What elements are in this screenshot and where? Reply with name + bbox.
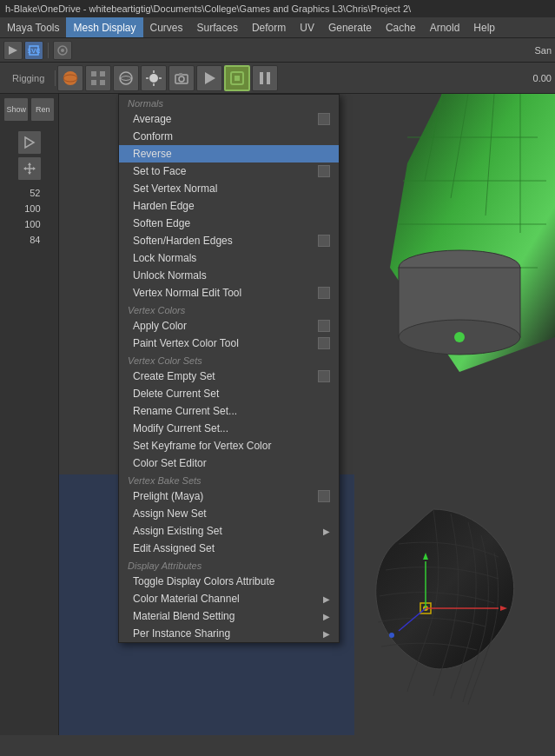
sidebar-row-1: Show Ren — [0, 97, 58, 122]
menu-per-instance-sharing[interactable]: Per Instance Sharing ▶ — [119, 625, 339, 642]
menu-color-material-channel[interactable]: Color Material Channel ▶ — [119, 590, 339, 607]
arrow-icon — [7, 44, 19, 56]
menu-edit-assigned-set[interactable]: Edit Assigned Set — [119, 540, 339, 557]
svg-point-4 — [61, 49, 64, 52]
menu-maya-tools[interactable]: Maya Tools — [0, 17, 66, 37]
menu-assign-existing-set[interactable]: Assign Existing Set ▶ — [119, 522, 339, 540]
svg-rect-9 — [91, 80, 96, 85]
title-text: h-Blake\OneDrive - whitebeartigtig\Docum… — [5, 3, 411, 14]
active-tool-icon — [228, 70, 246, 87]
menu-set-keyframe-vertex-color[interactable]: Set Keyframe for Vertex Color — [119, 437, 339, 454]
menu-set-to-face-label: Set to Face — [133, 165, 186, 177]
menu-mesh-display[interactable]: Mesh Display — [66, 17, 142, 37]
large-tool-3[interactable] — [113, 65, 139, 91]
tool-btn-2[interactable]: SVG — [24, 41, 43, 60]
svg-marker-30 — [23, 167, 26, 170]
svg-point-12 — [149, 74, 158, 83]
soften-harden-checkbox — [318, 235, 330, 247]
sidebar-show-btn[interactable]: Show — [3, 97, 29, 122]
menu-apply-color-label: Apply Color — [133, 320, 187, 332]
svg-marker-28 — [28, 162, 31, 165]
menu-generate[interactable]: Generate — [321, 17, 379, 37]
menu-conform-label: Conform — [133, 130, 173, 143]
menu-lock-normals[interactable]: Lock Normals — [119, 249, 339, 267]
toolbar-row-2: Rigging — [0, 63, 555, 94]
tab-separator — [55, 70, 56, 86]
menu-soften-edge-label: Soften Edge — [133, 217, 190, 229]
svg-rect-22 — [235, 76, 240, 81]
menu-rename-current-set[interactable]: Rename Current Set... — [119, 402, 339, 420]
menu-rename-current-set-label: Rename Current Set... — [133, 405, 237, 417]
menu-prelight-maya[interactable]: Prelight (Maya) — [119, 487, 339, 505]
menu-toggle-display-colors[interactable]: Toggle Display Colors Attribute — [119, 573, 339, 590]
svg-rect-8 — [100, 71, 105, 76]
menu-paint-vertex-color-tool-label: Paint Vertex Color Tool — [133, 337, 239, 349]
separator-1 — [48, 43, 49, 58]
rigging-icon — [56, 44, 69, 56]
menu-set-vertex-normal[interactable]: Set Vertex Normal — [119, 180, 339, 197]
menu-modify-current-set[interactable]: Modify Current Set... — [119, 420, 339, 437]
tool-btn-1[interactable] — [3, 41, 23, 60]
menu-soften-edge[interactable]: Soften Edge — [119, 215, 339, 232]
menu-apply-color[interactable]: Apply Color — [119, 317, 339, 335]
menu-help[interactable]: Help — [466, 17, 502, 37]
large-tool-4[interactable] — [141, 65, 167, 91]
num-84: 84 — [17, 235, 43, 245]
menu-unlock-normals[interactable]: Unlock Normals — [119, 267, 339, 284]
sidebar-ren-btn[interactable]: Ren — [30, 97, 55, 122]
large-tool-2[interactable] — [85, 65, 111, 91]
menu-conform[interactable]: Conform — [119, 128, 339, 145]
user-label: San — [534, 45, 552, 56]
num-100b: 100 — [17, 219, 43, 229]
viewport[interactable]: Normals Average Conform Reverse Set to F… — [59, 94, 555, 735]
menu-set-keyframe-vertex-color-label: Set Keyframe for Vertex Color — [133, 440, 271, 452]
menu-bar: Maya Tools Mesh Display Curves Surfaces … — [0, 17, 555, 38]
menu-set-vertex-normal-label: Set Vertex Normal — [133, 182, 217, 195]
create-empty-set-checkbox — [318, 370, 330, 382]
apply-color-checkbox — [318, 320, 330, 332]
menu-soften-harden-edges[interactable]: Soften/Harden Edges — [119, 232, 339, 249]
orange-sphere-icon — [62, 70, 79, 87]
menu-harden-edge-label: Harden Edge — [133, 200, 195, 212]
svg-rect-24 — [267, 72, 270, 84]
menu-harden-edge[interactable]: Harden Edge — [119, 197, 339, 215]
menu-set-to-face[interactable]: Set to Face — [119, 162, 339, 180]
menu-material-blend-setting[interactable]: Material Blend Setting ▶ — [119, 607, 339, 625]
section-vertex-colors-header: Vertex Colors — [119, 302, 339, 317]
menu-average[interactable]: Average — [119, 110, 339, 128]
select-icon — [23, 136, 36, 149]
section-vertex-color-sets-header: Vertex Color Sets — [119, 352, 339, 368]
sidebar-btn-2[interactable] — [17, 156, 42, 181]
large-tool-1[interactable] — [57, 65, 83, 91]
move-icon — [23, 162, 36, 176]
large-tool-6[interactable] — [196, 65, 222, 91]
menu-assign-new-set[interactable]: Assign New Set — [119, 505, 339, 522]
menu-cache[interactable]: Cache — [379, 17, 423, 37]
menu-color-set-editor[interactable]: Color Set Editor — [119, 454, 339, 472]
menu-paint-vertex-color-tool[interactable]: Paint Vertex Color Tool — [119, 335, 339, 352]
menu-uv[interactable]: UV — [293, 17, 321, 37]
large-tool-7[interactable] — [252, 65, 278, 91]
menu-deform[interactable]: Deform — [245, 17, 293, 37]
menu-reverse[interactable]: Reverse — [119, 145, 339, 162]
menu-surfaces[interactable]: Surfaces — [190, 17, 245, 37]
main-content: Show Ren 52 100 100 84 — [0, 94, 555, 735]
large-tool-active[interactable] — [224, 65, 250, 91]
sidebar-btn-1[interactable] — [17, 130, 42, 155]
section-vertex-bake-sets-header: Vertex Bake Sets — [119, 472, 339, 487]
svg-point-5 — [63, 71, 77, 85]
menu-create-empty-set[interactable]: Create Empty Set — [119, 368, 339, 385]
menu-vertex-normal-edit-tool[interactable]: Vertex Normal Edit Tool — [119, 284, 339, 302]
menu-curves[interactable]: Curves — [143, 17, 190, 37]
menu-arnold[interactable]: Arnold — [423, 17, 467, 37]
menu-prelight-maya-label: Prelight (Maya) — [133, 490, 203, 502]
tool-btn-3[interactable] — [53, 41, 72, 60]
title-bar: h-Blake\OneDrive - whitebeartigtig\Docum… — [0, 0, 555, 17]
menu-vertex-normal-edit-tool-label: Vertex Normal Edit Tool — [133, 287, 241, 299]
tab-rigging[interactable]: Rigging — [3, 71, 53, 85]
menu-reverse-label: Reverse — [133, 148, 172, 160]
menu-delete-current-set[interactable]: Delete Current Set — [119, 385, 339, 402]
pause-icon — [256, 70, 274, 87]
large-tool-5[interactable] — [168, 65, 195, 91]
dropdown-menu: Normals Average Conform Reverse Set to F… — [118, 94, 340, 643]
